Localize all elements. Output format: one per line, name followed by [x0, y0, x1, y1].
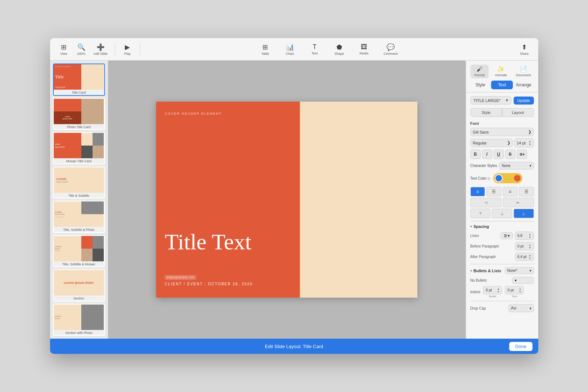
client-event[interactable]: CLIENT / EVENT : OCTOBER 28, 2020	[165, 282, 253, 286]
shape-button[interactable]: ⬟ Shape	[331, 42, 347, 57]
before-para-row: Before Paragraph 0 pt ▲ ▼	[470, 242, 534, 250]
font-size-down[interactable]: ▼	[529, 143, 531, 146]
font-size-up[interactable]: ▲	[529, 140, 531, 143]
chevron-right-icon-2: ❯	[507, 140, 510, 145]
font-size-stepper[interactable]: ▲ ▼	[529, 140, 531, 146]
slide-thumbnail-1[interactable]: COVER HEADER Title LOREM IPSUM Title Car…	[53, 64, 105, 96]
indent-increase-btn[interactable]: ⊢	[503, 198, 534, 207]
indent-bullet-val[interactable]: 0 pt ▲ ▼	[483, 286, 502, 294]
italic-button[interactable]: I	[482, 150, 492, 159]
indent-text-val[interactable]: 0 pt ▲ ▼	[505, 286, 524, 294]
lines-label: Lines	[470, 234, 479, 238]
slide-thumbnail-3[interactable]: Lorem Ipsum Dolor Mosaic Title Card	[53, 132, 105, 164]
lines-up[interactable]: ▲	[529, 233, 531, 236]
align-right-btn[interactable]: ≡	[503, 187, 518, 196]
indent-bullet-down[interactable]: ▼	[497, 290, 499, 293]
zoom-button[interactable]: 🔍 100%	[73, 42, 89, 57]
play-button[interactable]: ▶ Play	[119, 42, 135, 57]
align-left-btn[interactable]: ≡	[470, 187, 485, 196]
indent-text-down[interactable]: ▼	[519, 290, 521, 293]
align-center-btn[interactable]: ☰	[486, 187, 501, 196]
add-slide-button[interactable]: ➕ Add Slide	[91, 42, 111, 57]
format-tab[interactable]: 🖌 Format	[470, 65, 489, 78]
color-toggle[interactable]	[493, 173, 522, 183]
slide-right-section	[300, 102, 417, 298]
valign-bot-btn[interactable]: ⊥	[514, 209, 534, 218]
text-subtab[interactable]: Text	[491, 81, 513, 89]
lines-stepper[interactable]: ▲ ▼	[529, 233, 531, 238]
before-para-value[interactable]: 0 pt ▲ ▼	[515, 242, 534, 250]
before-para-up[interactable]: ▲	[529, 244, 531, 246]
done-button[interactable]: Done	[509, 342, 532, 351]
align-justify-btn[interactable]: ☰	[519, 187, 534, 196]
view-icon: ⊞	[61, 43, 66, 51]
chart-button[interactable]: 📊 Chart	[282, 42, 298, 57]
before-para-label: Before Paragraph	[470, 244, 499, 248]
alignment-grid: ≡ ☰ ≡ ☰ ⊣ ⊢ ⊤ ⊥ ⊥	[470, 187, 534, 218]
after-para-down[interactable]: ▼	[529, 257, 531, 260]
lines-down[interactable]: ▼	[529, 236, 531, 238]
indent-decrease-btn[interactable]: ⊣	[470, 198, 502, 207]
slide-thumbnail-4[interactable]: Lorem Ipsum Dolor Title & Subtitle	[53, 167, 105, 199]
arrange-subtab[interactable]: Arrange	[513, 81, 535, 89]
font-family-select[interactable]: Gill Sans ❯	[470, 128, 534, 136]
indent-text-stepper[interactable]: ▲ ▼	[519, 287, 521, 293]
drop-cap-select[interactable]: A≡ ▾	[509, 304, 534, 312]
color-dot	[514, 175, 520, 181]
strikethrough-button[interactable]: S	[505, 150, 515, 159]
underline-button[interactable]: U	[494, 150, 504, 159]
after-para-value[interactable]: 6.4 pt ▲ ▼	[515, 253, 534, 261]
char-styles-dropdown[interactable]: None ▾	[499, 162, 534, 170]
lines-value[interactable]: 0.8 ▲ ▼	[515, 232, 534, 240]
share-button[interactable]: ⬆ Share	[516, 42, 532, 57]
after-para-stepper[interactable]: ▲ ▼	[529, 254, 531, 260]
before-para-down[interactable]: ▼	[529, 246, 531, 249]
style-btn[interactable]: Style	[470, 108, 502, 117]
align-row-2: ⊣ ⊢	[470, 198, 534, 207]
style-subtab[interactable]: Style	[470, 81, 491, 89]
title-text[interactable]: Title Text	[165, 229, 252, 254]
document-tab[interactable]: 📄 Document	[513, 64, 534, 78]
text-format-btns: B I U S ⚙▾	[470, 150, 534, 159]
indent-bullet-up[interactable]: ▲	[497, 287, 499, 290]
chevron-bullets-icon: ▾	[470, 269, 472, 273]
slide-thumbnail-8[interactable]: Lorem Ipsum Section with Photo	[53, 304, 105, 336]
animate-tab[interactable]: ✨ Animate	[491, 64, 510, 78]
style-name-dropdown[interactable]: TITLE LARGE* ▾	[470, 96, 512, 105]
font-weight-select[interactable]: Regular ❯	[470, 139, 513, 147]
media-button[interactable]: 🖼 Media	[356, 42, 372, 57]
right-panel: 🖌 Format ✨ Animate 📄 Document Style Text…	[466, 61, 538, 339]
text-button[interactable]: T Text	[307, 42, 323, 57]
drop-cap-row: Drop Cap A≡ ▾	[470, 304, 534, 312]
after-para-label: After Paragraph	[470, 255, 496, 259]
font-size-input[interactable]: 14 pt ▲ ▼	[514, 138, 534, 147]
divider-3	[470, 301, 534, 301]
bold-button[interactable]: B	[470, 150, 481, 159]
bullets-type-dropdown[interactable]: None* ▾	[505, 267, 534, 274]
slide-thumbnail-6[interactable]: Lorem Ipsum & Mosaic Title, Subtitle & M…	[53, 235, 105, 268]
slide-thumbnail-7[interactable]: Lorem Ipsum Dolor Section	[53, 269, 105, 302]
more-format-button[interactable]: ⚙▾	[517, 150, 527, 159]
view-button[interactable]: ⊞ View	[56, 42, 72, 57]
indent-text-up[interactable]: ▲	[519, 287, 521, 290]
chevron-right-icon: ❯	[528, 130, 531, 134]
indent-bullet-stepper[interactable]: ▲ ▼	[497, 287, 499, 293]
slide-thumbnail-5[interactable]: Lorem Ipsum Dolor Lorem ipsum Title, Sub…	[53, 201, 105, 233]
color-swatch[interactable]	[495, 174, 503, 182]
comment-button[interactable]: 💬 Comment	[381, 42, 401, 57]
table-button[interactable]: ⊞ Table	[257, 42, 273, 57]
presented-to[interactable]: PRESENTED TO	[165, 275, 196, 280]
slide-thumbnail-2[interactable]: LoremIpsum Dolor Photo Title Card	[53, 98, 105, 130]
font-weight-value: Regular	[473, 141, 487, 145]
after-para-up[interactable]: ▲	[529, 254, 531, 257]
layout-btn[interactable]: Layout	[502, 108, 534, 117]
no-bullets-dropdown[interactable]: ▾	[512, 277, 534, 284]
valign-mid-btn[interactable]: ⊥	[492, 209, 512, 218]
bullets-header[interactable]: ▾ Bullets & Lists None* ▾	[470, 267, 534, 274]
slide-thumb-img-2: LoremIpsum Dolor	[54, 99, 104, 124]
update-button[interactable]: Update	[514, 97, 534, 105]
valign-top-btn[interactable]: ⊤	[470, 209, 491, 218]
canvas-area: COVER HEADER ELEMENT Title Text PRESENTE…	[108, 61, 466, 339]
spacing-header[interactable]: ▾ Spacing	[470, 224, 534, 229]
before-para-stepper[interactable]: ▲ ▼	[529, 244, 531, 249]
